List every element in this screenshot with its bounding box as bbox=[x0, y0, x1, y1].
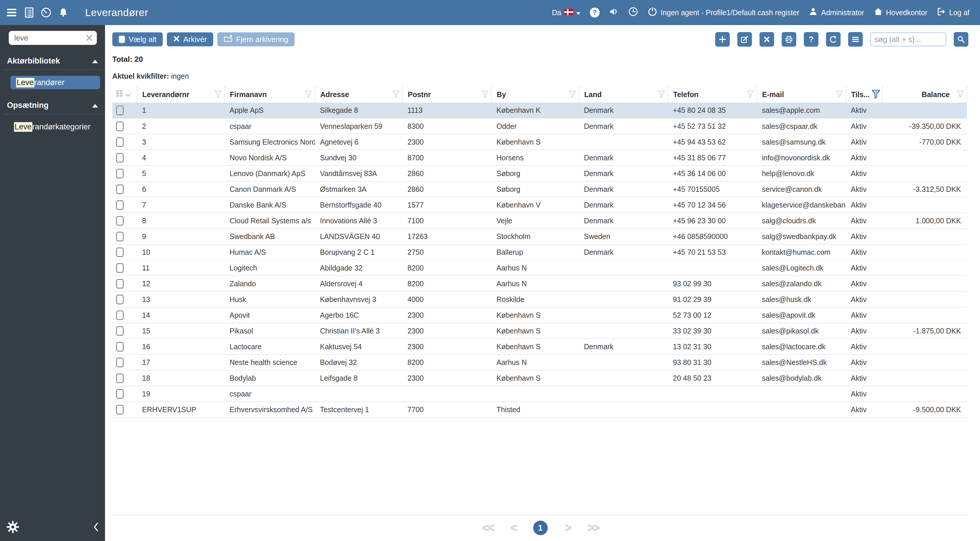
row-checkbox[interactable] bbox=[116, 279, 124, 289]
first-page-button[interactable]: << bbox=[482, 522, 493, 534]
column-header[interactable]: Adresse bbox=[315, 86, 402, 103]
unarchive-button[interactable]: Fjern arkivering bbox=[217, 32, 294, 46]
table-row[interactable]: 18 Bodylab Leifsgade 8 2300 København S … bbox=[112, 370, 967, 386]
audio-icon[interactable] bbox=[609, 7, 619, 18]
filter-funnel-icon[interactable] bbox=[569, 90, 576, 98]
select-all-button[interactable]: Vælg alt bbox=[112, 32, 163, 46]
row-checkbox[interactable] bbox=[116, 389, 124, 399]
table-row[interactable]: 2 cspaar Venneslaparken 59 8300 Odder De… bbox=[112, 118, 967, 134]
row-checkbox[interactable] bbox=[116, 263, 124, 273]
grid-icon[interactable] bbox=[116, 90, 123, 99]
filter-funnel-icon[interactable] bbox=[872, 90, 880, 98]
table-search-input[interactable] bbox=[870, 32, 946, 46]
table-row[interactable]: 14 Apovit Agerbo 16C 2300 København S 52… bbox=[112, 307, 967, 323]
notifications-bell-icon[interactable] bbox=[58, 7, 68, 18]
filter-funnel-icon[interactable] bbox=[658, 90, 665, 98]
column-header[interactable]: Tils... bbox=[846, 86, 882, 103]
row-checkbox[interactable] bbox=[116, 137, 124, 147]
row-checkbox[interactable] bbox=[116, 184, 124, 194]
print-button[interactable] bbox=[782, 32, 796, 47]
journal-icon[interactable] bbox=[24, 7, 34, 18]
row-checkbox[interactable] bbox=[116, 216, 124, 225]
sidebar-item-leverandorer[interactable]: Leverandører bbox=[11, 76, 100, 89]
table-row[interactable]: 8 Cloud Retail Systems a/s Innovations A… bbox=[112, 213, 967, 228]
location-menu[interactable]: Hovedkontor bbox=[873, 7, 928, 18]
list-menu-button[interactable] bbox=[848, 32, 863, 47]
column-header[interactable]: By bbox=[492, 86, 579, 103]
sidebar-item-leverandorkategorier[interactable]: Leverandørkategorier bbox=[11, 120, 100, 133]
agent-status[interactable]: Ingen agent - Profile1/Default cash regi… bbox=[648, 7, 799, 18]
row-checkbox[interactable] bbox=[116, 373, 124, 383]
filter-funnel-icon[interactable] bbox=[392, 90, 400, 98]
current-page-button[interactable]: 1 bbox=[533, 520, 548, 535]
row-checkbox[interactable] bbox=[116, 200, 124, 210]
next-page-button[interactable]: > bbox=[565, 522, 571, 534]
filter-funnel-icon[interactable] bbox=[481, 90, 489, 98]
row-checkbox[interactable] bbox=[116, 326, 124, 336]
filter-funnel-icon[interactable] bbox=[305, 90, 312, 98]
edit-button[interactable] bbox=[737, 32, 752, 47]
filter-funnel-icon[interactable] bbox=[215, 90, 222, 98]
row-checkbox[interactable] bbox=[116, 232, 124, 241]
row-checkbox[interactable] bbox=[116, 295, 124, 304]
sidebar-section-aktorbibliotek[interactable]: Aktørbibliotek bbox=[7, 57, 98, 66]
column-header[interactable]: Firmanavn bbox=[224, 86, 315, 103]
filter-funnel-icon[interactable] bbox=[747, 90, 754, 98]
table-row[interactable]: 4 Novo Nordisk A/S Sundvej 30 8700 Horse… bbox=[112, 150, 967, 165]
row-checkbox[interactable] bbox=[116, 122, 124, 131]
filter-funnel-icon[interactable] bbox=[957, 90, 964, 98]
table-row[interactable]: ERHVERV1SUP Erhvervsvirsksomhed A/S Test… bbox=[112, 402, 967, 417]
clear-search-icon[interactable] bbox=[86, 34, 93, 43]
dashboard-gauge-icon[interactable] bbox=[41, 7, 51, 18]
table-row[interactable]: 7 Danske Bank A/S Bernstorffsgade 40 157… bbox=[112, 197, 967, 213]
table-row[interactable]: 11 Logitech Abildgade 32 8200 Aarhus N s… bbox=[112, 260, 967, 276]
collapse-sidebar-icon[interactable] bbox=[92, 522, 100, 533]
column-header[interactable]: Postnr bbox=[402, 86, 492, 103]
table-row[interactable]: 3 Samsung Electronics Nordi... Agnetevej… bbox=[112, 134, 967, 150]
table-row[interactable]: 1 Apple ApS Silkegade 8 1113 København K… bbox=[112, 103, 967, 118]
hamburger-menu-icon[interactable] bbox=[7, 8, 18, 17]
table-row[interactable]: 17 Neste health science Bodøvej 32 8200 … bbox=[112, 354, 967, 370]
column-header[interactable]: Telefon bbox=[668, 86, 757, 103]
chevron-down-icon[interactable] bbox=[126, 90, 130, 99]
table-row[interactable]: 15 Pikasol Christian II's Allé 3 2300 Kø… bbox=[112, 323, 967, 339]
delete-button[interactable] bbox=[759, 32, 774, 47]
row-checkbox[interactable] bbox=[116, 247, 124, 257]
row-checkbox[interactable] bbox=[116, 358, 124, 367]
sidebar-search-input[interactable] bbox=[9, 31, 97, 45]
refresh-button[interactable] bbox=[826, 32, 841, 47]
help-icon[interactable]: ? bbox=[590, 8, 600, 17]
table-row[interactable]: 9 Swedbank AB LANDSVÄGEN 40 17263 Stockh… bbox=[112, 228, 967, 244]
settings-gear-icon[interactable] bbox=[6, 520, 19, 535]
row-checkbox[interactable] bbox=[116, 153, 124, 163]
table-row[interactable]: 10 Humac A/S Borupvang 2 C 1 2750 Baller… bbox=[112, 244, 967, 260]
table-row[interactable]: 13 Husk Københavnsvej 3 4000 Roskilde 91… bbox=[112, 292, 967, 307]
language-selector[interactable]: Da bbox=[552, 8, 581, 17]
user-menu[interactable]: Administrator bbox=[808, 7, 864, 18]
previous-page-button[interactable]: < bbox=[511, 522, 516, 534]
clock-icon[interactable] bbox=[628, 7, 638, 18]
sidebar-section-opsaetning[interactable]: Opsætning bbox=[7, 101, 98, 110]
logout-button[interactable]: Log af bbox=[937, 7, 969, 18]
help-button[interactable]: ? bbox=[804, 32, 818, 47]
table-row[interactable]: 16 Lactocare Kaktusvej 54 2300 København… bbox=[112, 339, 967, 354]
column-header[interactable]: Balance bbox=[882, 86, 967, 103]
column-header[interactable]: Leverandørnr bbox=[137, 86, 224, 103]
column-header[interactable]: E-mail bbox=[757, 86, 846, 103]
table-row[interactable]: 19 cspaar Aktiv bbox=[112, 386, 967, 402]
last-page-button[interactable]: >> bbox=[587, 522, 598, 534]
table-row[interactable]: 6 Canon Danmark A/S Østmarken 3A 2860 Sø… bbox=[112, 181, 967, 197]
column-chooser-header[interactable] bbox=[112, 86, 137, 103]
archive-button[interactable]: Arkivér bbox=[167, 32, 213, 46]
table-row[interactable]: 12 Zalando Aldersrovej 4 8200 Aarhus N 9… bbox=[112, 276, 967, 292]
row-checkbox[interactable] bbox=[116, 169, 124, 178]
table-row[interactable]: 5 Lenovo (Danmark) ApS Vandtårnsvej 83A … bbox=[112, 165, 967, 181]
row-checkbox[interactable] bbox=[116, 405, 124, 414]
row-checkbox[interactable] bbox=[116, 106, 124, 115]
column-header[interactable]: Land bbox=[579, 86, 668, 103]
row-checkbox[interactable] bbox=[116, 342, 124, 352]
row-checkbox[interactable] bbox=[116, 311, 124, 320]
add-button[interactable] bbox=[715, 32, 730, 47]
filter-funnel-icon[interactable] bbox=[835, 90, 843, 98]
search-button[interactable] bbox=[954, 32, 968, 47]
